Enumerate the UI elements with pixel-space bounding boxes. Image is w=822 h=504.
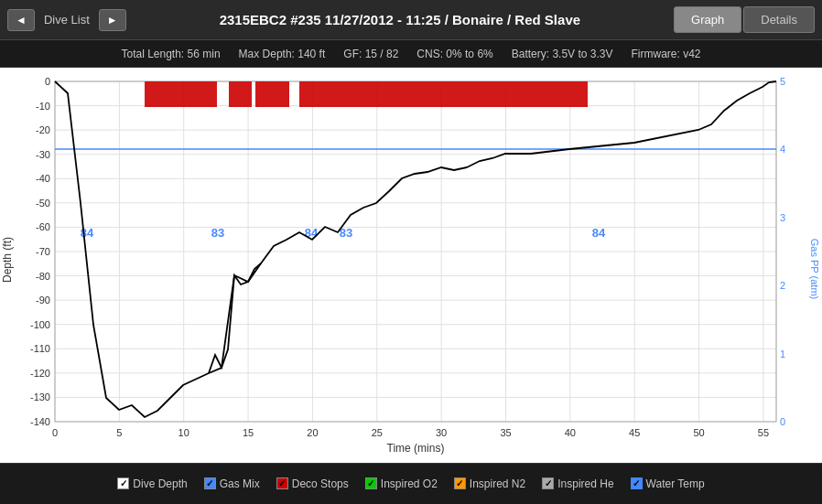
legend-bar: Dive Depth Gas Mix Deco Stops Inspired O… bbox=[0, 463, 822, 503]
stats-bar: Total Length: 56 min Max Depth: 140 ft G… bbox=[0, 40, 822, 68]
inspired-o2-checkbox[interactable] bbox=[365, 477, 377, 489]
inspired-he-label: Inspired He bbox=[557, 477, 613, 490]
legend-water-temp: Water Temp bbox=[631, 477, 705, 490]
battery-stat: Battery: 3.5V to 3.3V bbox=[512, 48, 613, 60]
svg-text:-60: -60 bbox=[36, 221, 50, 232]
svg-rect-67 bbox=[229, 81, 252, 107]
legend-inspired-o2: Inspired O2 bbox=[365, 477, 438, 490]
svg-text:-120: -120 bbox=[30, 368, 50, 379]
svg-text:0: 0 bbox=[780, 416, 785, 427]
svg-text:4: 4 bbox=[780, 144, 785, 155]
chart-container: 0 -10 -20 -30 -40 -50 -60 -70 -80 -90 -1… bbox=[0, 68, 822, 463]
svg-text:40: 40 bbox=[565, 427, 576, 438]
deco-stops-label: Deco Stops bbox=[292, 477, 349, 490]
svg-text:35: 35 bbox=[500, 427, 511, 438]
legend-dive-depth: Dive Depth bbox=[117, 477, 187, 490]
svg-text:Depth (ft): Depth (ft) bbox=[1, 237, 14, 283]
total-length-stat: Total Length: 56 min bbox=[121, 48, 220, 60]
svg-text:-20: -20 bbox=[36, 124, 50, 135]
svg-text:Time (mins): Time (mins) bbox=[387, 442, 445, 455]
svg-text:3: 3 bbox=[780, 212, 785, 223]
svg-text:-130: -130 bbox=[30, 391, 50, 402]
gas-mix-label: Gas Mix bbox=[220, 477, 260, 490]
svg-text:-30: -30 bbox=[36, 149, 50, 160]
inspired-o2-label: Inspired O2 bbox=[381, 477, 438, 490]
svg-text:-80: -80 bbox=[36, 271, 50, 282]
next-button[interactable]: ► bbox=[99, 9, 126, 31]
svg-text:45: 45 bbox=[629, 427, 640, 438]
chart-svg: 0 -10 -20 -30 -40 -50 -60 -70 -80 -90 -1… bbox=[0, 68, 822, 463]
svg-text:30: 30 bbox=[436, 427, 447, 438]
nav-buttons: ◄ Dive List ► bbox=[7, 9, 126, 31]
dive-depth-label: Dive Depth bbox=[133, 477, 187, 490]
svg-text:-10: -10 bbox=[36, 101, 50, 112]
svg-text:84: 84 bbox=[305, 226, 319, 240]
gas-mix-checkbox[interactable] bbox=[204, 477, 216, 489]
legend-inspired-n2: Inspired N2 bbox=[454, 477, 525, 490]
dive-title: 2315EBC2 #235 11/27/2012 - 11:25 / Bonai… bbox=[126, 12, 674, 27]
header-bar: ◄ Dive List ► 2315EBC2 #235 11/27/2012 -… bbox=[0, 0, 822, 40]
svg-text:-140: -140 bbox=[30, 416, 50, 427]
legend-deco-stops: Deco Stops bbox=[276, 477, 349, 490]
svg-text:-40: -40 bbox=[36, 173, 50, 184]
svg-text:-90: -90 bbox=[36, 295, 50, 306]
max-depth-stat: Max Depth: 140 ft bbox=[239, 48, 326, 60]
svg-text:-70: -70 bbox=[36, 246, 50, 257]
svg-text:2: 2 bbox=[780, 280, 785, 291]
inspired-n2-label: Inspired N2 bbox=[470, 477, 525, 490]
inspired-he-checkbox[interactable] bbox=[542, 477, 554, 489]
svg-text:84: 84 bbox=[592, 226, 606, 240]
svg-text:0: 0 bbox=[52, 427, 58, 438]
svg-text:5: 5 bbox=[780, 76, 785, 87]
svg-text:-100: -100 bbox=[30, 319, 50, 330]
svg-text:20: 20 bbox=[307, 427, 318, 438]
svg-text:15: 15 bbox=[243, 427, 254, 438]
gf-stat: GF: 15 / 82 bbox=[343, 48, 398, 60]
water-temp-checkbox[interactable] bbox=[631, 477, 643, 489]
dive-list-label: Dive List bbox=[44, 13, 90, 27]
prev-button[interactable]: ◄ bbox=[7, 9, 35, 31]
svg-text:5: 5 bbox=[116, 427, 122, 438]
svg-rect-68 bbox=[255, 81, 289, 107]
legend-gas-mix: Gas Mix bbox=[204, 477, 260, 490]
deco-stops-checkbox[interactable] bbox=[276, 477, 288, 489]
svg-text:83: 83 bbox=[211, 226, 224, 240]
firmware-stat: Firmware: v42 bbox=[631, 48, 700, 60]
svg-text:55: 55 bbox=[758, 427, 769, 438]
svg-text:50: 50 bbox=[693, 427, 704, 438]
dive-depth-checkbox[interactable] bbox=[117, 477, 129, 489]
cns-stat: CNS: 0% to 6% bbox=[416, 48, 492, 60]
inspired-n2-checkbox[interactable] bbox=[454, 477, 466, 489]
details-tab[interactable]: Details bbox=[743, 6, 815, 33]
svg-text:0: 0 bbox=[45, 76, 50, 87]
water-temp-label: Water Temp bbox=[646, 477, 705, 490]
legend-inspired-he: Inspired He bbox=[542, 477, 613, 490]
svg-text:-110: -110 bbox=[30, 343, 50, 354]
svg-rect-66 bbox=[145, 81, 217, 107]
svg-text:Gas PP (atm): Gas PP (atm) bbox=[809, 239, 820, 299]
svg-text:-50: -50 bbox=[36, 198, 50, 209]
graph-tab[interactable]: Graph bbox=[674, 6, 741, 33]
svg-text:25: 25 bbox=[372, 427, 383, 438]
svg-text:1: 1 bbox=[780, 349, 785, 359]
tab-buttons: Graph Details bbox=[674, 6, 815, 33]
svg-rect-69 bbox=[299, 81, 588, 107]
svg-text:10: 10 bbox=[178, 427, 189, 438]
